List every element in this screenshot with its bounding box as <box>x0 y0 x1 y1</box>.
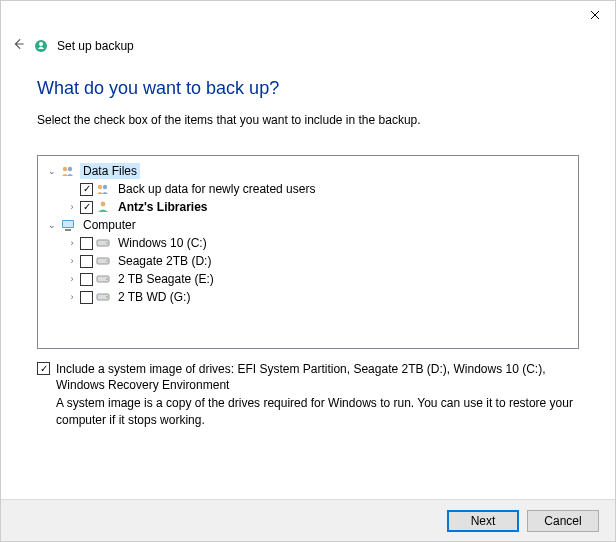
tree-label-computer: Computer <box>80 217 139 233</box>
backup-items-tree[interactable]: ⌄ Data Files › Back up data for newly cr… <box>37 155 579 349</box>
svg-point-5 <box>103 185 107 189</box>
checkbox-drive-e[interactable] <box>80 273 93 286</box>
wizard-title: Set up backup <box>57 39 134 53</box>
svg-point-3 <box>68 167 72 171</box>
close-button[interactable] <box>575 1 615 29</box>
svg-rect-8 <box>63 221 73 227</box>
tree-node-drive-c[interactable]: › Windows 10 (C:) <box>42 234 574 252</box>
back-button[interactable] <box>11 37 25 54</box>
back-arrow-icon <box>11 37 25 51</box>
close-icon <box>590 10 600 20</box>
tree-label-drive-e: 2 TB Seagate (E:) <box>115 271 217 287</box>
users-icon <box>60 163 76 179</box>
wizard-header: Set up backup <box>1 33 615 58</box>
chevron-right-icon[interactable]: › <box>66 237 78 249</box>
tree-label-drive-g: 2 TB WD (G:) <box>115 289 193 305</box>
chevron-down-icon[interactable]: ⌄ <box>46 219 58 231</box>
svg-point-15 <box>106 278 108 280</box>
users-icon <box>95 181 111 197</box>
svg-rect-9 <box>65 229 71 231</box>
tree-node-new-users[interactable]: › Back up data for newly created users <box>42 180 574 198</box>
tree-node-computer[interactable]: ⌄ Computer <box>42 216 574 234</box>
tree-node-drive-e[interactable]: › 2 TB Seagate (E:) <box>42 270 574 288</box>
system-image-description: A system image is a copy of the drives r… <box>56 395 575 427</box>
svg-point-4 <box>98 185 102 189</box>
checkbox-system-image[interactable] <box>37 362 50 375</box>
svg-point-2 <box>63 167 67 171</box>
tree-node-drive-g[interactable]: › 2 TB WD (G:) <box>42 288 574 306</box>
checkbox-drive-d[interactable] <box>80 255 93 268</box>
backup-wizard-icon <box>33 38 49 54</box>
chevron-right-icon[interactable]: › <box>66 273 78 285</box>
svg-point-13 <box>106 260 108 262</box>
cancel-button[interactable]: Cancel <box>527 510 599 532</box>
drive-icon <box>95 235 111 251</box>
drive-icon <box>95 289 111 305</box>
page-instruction: Select the check box of the items that y… <box>37 113 579 127</box>
drive-icon <box>95 271 111 287</box>
computer-icon <box>60 217 76 233</box>
svg-point-11 <box>106 242 108 244</box>
system-image-label: Include a system image of drives: EFI Sy… <box>56 361 575 393</box>
tree-node-user-libraries[interactable]: › Antz's Libraries <box>42 198 574 216</box>
svg-point-1 <box>39 42 43 46</box>
tree-label-new-users: Back up data for newly created users <box>115 181 318 197</box>
chevron-right-icon[interactable]: › <box>66 291 78 303</box>
chevron-right-icon[interactable]: › <box>66 201 78 213</box>
drive-icon <box>95 253 111 269</box>
checkbox-new-users[interactable] <box>80 183 93 196</box>
next-button[interactable]: Next <box>447 510 519 532</box>
tree-label-data-files: Data Files <box>80 163 140 179</box>
checkbox-user-libraries[interactable] <box>80 201 93 214</box>
checkbox-drive-c[interactable] <box>80 237 93 250</box>
page-question: What do you want to back up? <box>37 78 579 99</box>
tree-node-data-files[interactable]: ⌄ Data Files <box>42 162 574 180</box>
tree-node-drive-d[interactable]: › Seagate 2TB (D:) <box>42 252 574 270</box>
chevron-down-icon[interactable]: ⌄ <box>46 165 58 177</box>
tree-label-drive-d: Seagate 2TB (D:) <box>115 253 214 269</box>
dialog-footer: Next Cancel <box>1 499 615 541</box>
tree-label-user-libraries: Antz's Libraries <box>115 199 211 215</box>
checkbox-drive-g[interactable] <box>80 291 93 304</box>
chevron-right-icon[interactable]: › <box>66 255 78 267</box>
tree-label-drive-c: Windows 10 (C:) <box>115 235 210 251</box>
svg-point-17 <box>106 296 108 298</box>
svg-point-6 <box>101 202 106 207</box>
user-icon <box>95 199 111 215</box>
